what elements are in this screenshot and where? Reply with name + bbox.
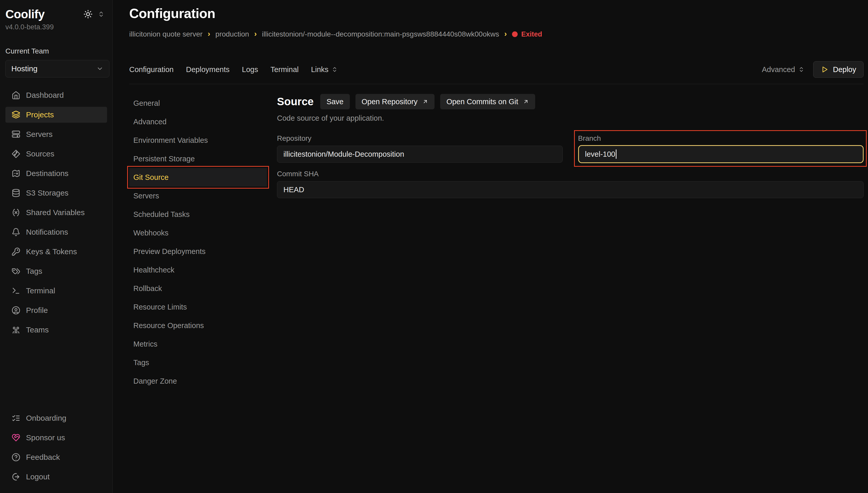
- sidebar-item-servers[interactable]: Servers: [5, 126, 107, 142]
- sidebar-item-onboarding[interactable]: Onboarding: [5, 410, 107, 426]
- open-commits-button[interactable]: Open Commits on Git: [440, 94, 535, 109]
- heart-handshake-icon: [12, 433, 20, 442]
- variable-icon: [12, 208, 20, 217]
- subnav-item-healthcheck[interactable]: Healthcheck: [129, 261, 267, 279]
- chevrons-up-down-icon: [798, 66, 804, 72]
- theme-mode-chevrons-icon[interactable]: [98, 11, 105, 18]
- subnav-item-preview-deployments[interactable]: Preview Deployments: [129, 242, 267, 261]
- tab-terminal[interactable]: Terminal: [271, 65, 299, 74]
- sidebar-item-tags[interactable]: Tags: [5, 263, 107, 279]
- subnav-item-scheduled-tasks[interactable]: Scheduled Tasks: [129, 205, 267, 223]
- user-circle-icon: [12, 306, 20, 315]
- subnav-item-resource-limits[interactable]: Resource Limits: [129, 298, 267, 316]
- sidebar-header: Coolify: [5, 7, 107, 21]
- logout-icon: [12, 472, 20, 481]
- page-title: Configuration: [129, 6, 864, 21]
- breadcrumb-application[interactable]: illicitestonion/-module--decomposition:m…: [262, 30, 499, 38]
- sidebar-item-destinations[interactable]: Destinations: [5, 166, 107, 181]
- server-icon: [12, 130, 20, 139]
- subnav-item-advanced[interactable]: Advanced: [129, 112, 267, 131]
- subnav-item-git-source[interactable]: Git Source: [129, 168, 267, 187]
- sidebar-item-logout[interactable]: Logout: [5, 469, 107, 485]
- arrow-up-right-icon: [523, 99, 529, 105]
- sidebar-item-sources[interactable]: Sources: [5, 146, 107, 162]
- status-dot-icon: [512, 31, 518, 37]
- map-icon: [12, 169, 20, 178]
- sidebar-item-keys-tokens[interactable]: Keys & Tokens: [5, 244, 107, 260]
- save-button[interactable]: Save: [320, 94, 350, 109]
- open-repository-button[interactable]: Open Repository: [356, 94, 435, 109]
- branch-label: Branch: [578, 134, 864, 143]
- sidebar-nav: Dashboard Projects Servers Sources Desti…: [5, 87, 107, 341]
- commit-sha-field: Commit SHA HEAD: [277, 170, 864, 198]
- subnav-item-metrics[interactable]: Metrics: [129, 335, 267, 353]
- checklist-icon: [12, 414, 20, 423]
- team-select-value: Hosting: [11, 64, 38, 73]
- subnav-item-rollback[interactable]: Rollback: [129, 279, 267, 298]
- terminal-icon: [12, 286, 20, 295]
- sidebar: Coolify v4.0.0-beta.399 Current Team Hos…: [0, 0, 113, 493]
- play-icon: [821, 66, 828, 73]
- arrow-up-right-icon: [422, 99, 428, 105]
- team-select[interactable]: Hosting: [5, 60, 109, 78]
- users-icon: [12, 325, 20, 334]
- status-badge: Exited: [512, 30, 542, 38]
- deploy-button[interactable]: Deploy: [813, 61, 864, 78]
- subnav-item-persistent-storage[interactable]: Persistent Storage: [129, 150, 267, 168]
- sidebar-item-shared-variables[interactable]: Shared Variables: [5, 205, 107, 220]
- help-circle-icon: [12, 453, 20, 462]
- bell-icon: [12, 228, 20, 236]
- app-version: v4.0.0-beta.399: [5, 23, 107, 31]
- theme-toggle-sun-icon[interactable]: [83, 9, 93, 19]
- tab-logs[interactable]: Logs: [242, 65, 258, 74]
- app-logo: Coolify: [5, 7, 44, 21]
- sidebar-item-projects[interactable]: Projects: [5, 107, 107, 123]
- tab-links[interactable]: Links: [311, 65, 338, 74]
- sidebar-item-terminal[interactable]: Terminal: [5, 283, 107, 299]
- sidebar-item-dashboard[interactable]: Dashboard: [5, 87, 107, 103]
- tags-icon: [12, 267, 20, 276]
- layers-icon: [12, 110, 20, 119]
- config-subnav: General Advanced Environment Variables P…: [129, 84, 267, 390]
- breadcrumb-separator: ›: [504, 29, 507, 38]
- subnav-item-general[interactable]: General: [129, 94, 267, 112]
- commit-sha-label: Commit SHA: [277, 170, 864, 178]
- subnav-item-tags[interactable]: Tags: [129, 353, 267, 372]
- subnav-item-webhooks[interactable]: Webhooks: [129, 223, 267, 242]
- subnav-item-servers[interactable]: Servers: [129, 187, 267, 205]
- subnav-item-danger-zone[interactable]: Danger Zone: [129, 372, 267, 390]
- tab-configuration[interactable]: Configuration: [129, 65, 174, 74]
- subnav-item-resource-operations[interactable]: Resource Operations: [129, 316, 267, 335]
- sidebar-item-notifications[interactable]: Notifications: [5, 224, 107, 240]
- breadcrumb-separator: ›: [208, 29, 210, 38]
- sidebar-item-profile[interactable]: Profile: [5, 302, 107, 318]
- branch-input[interactable]: level-100: [578, 145, 864, 163]
- repository-input[interactable]: illicitestonion/Module-Decomposition: [277, 146, 563, 163]
- breadcrumb-environment[interactable]: production: [215, 30, 249, 38]
- repository-field: Repository illicitestonion/Module-Decomp…: [277, 134, 563, 163]
- chevrons-up-down-icon: [332, 66, 338, 72]
- key-icon: [12, 247, 20, 256]
- sidebar-item-sponsor-us[interactable]: Sponsor us: [5, 430, 107, 446]
- sidebar-item-teams[interactable]: Teams: [5, 322, 107, 338]
- branch-field: Branch level-100: [578, 134, 864, 163]
- sidebar-footer-nav: Onboarding Sponsor us Feedback Logout: [5, 410, 107, 488]
- source-heading: Source: [277, 95, 314, 108]
- advanced-dropdown[interactable]: Advanced: [762, 65, 804, 74]
- git-source-panel: Source Save Open Repository Open Commits…: [277, 84, 864, 198]
- git-source-icon: [12, 150, 20, 158]
- current-team-label: Current Team: [5, 47, 107, 55]
- breadcrumb-project[interactable]: illicitonion quote server: [129, 30, 203, 38]
- sidebar-item-feedback[interactable]: Feedback: [5, 449, 107, 465]
- text-cursor: [616, 150, 616, 159]
- app-root: Coolify v4.0.0-beta.399 Current Team Hos…: [0, 0, 868, 493]
- chevron-down-icon: [96, 65, 104, 72]
- commit-sha-input[interactable]: HEAD: [277, 181, 864, 198]
- main-content: Configuration illicitonion quote server …: [113, 0, 868, 493]
- breadcrumb-separator: ›: [254, 29, 257, 38]
- tab-deployments[interactable]: Deployments: [186, 65, 230, 74]
- subnav-item-environment-variables[interactable]: Environment Variables: [129, 131, 267, 150]
- breadcrumb: illicitonion quote server › production ›…: [129, 30, 864, 39]
- sidebar-item-s3-storages[interactable]: S3 Storages: [5, 185, 107, 201]
- tab-bar: Configuration Deployments Logs Terminal …: [129, 61, 864, 78]
